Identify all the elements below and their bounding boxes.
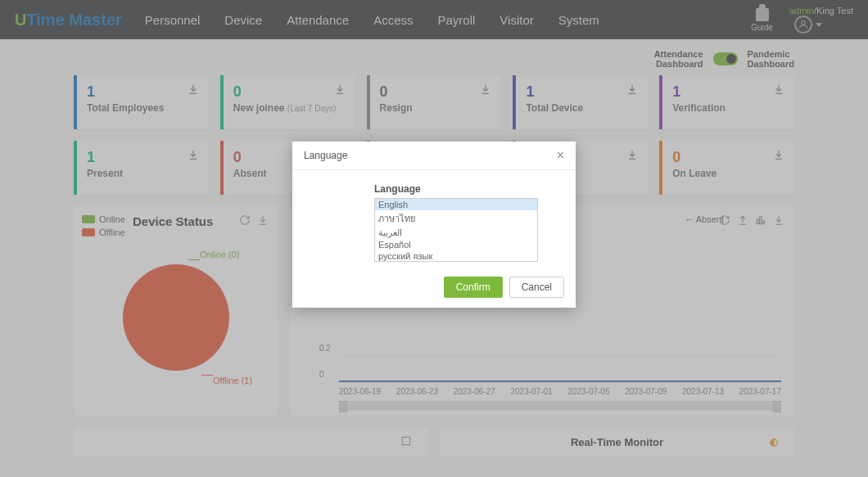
confirm-button[interactable]: Confirm [444, 277, 503, 298]
language-field-label: Language [374, 183, 564, 195]
cancel-button[interactable]: Cancel [509, 277, 564, 298]
modal-header: Language × [292, 142, 576, 170]
modal-footer: Confirm Cancel [292, 262, 576, 308]
language-option[interactable]: русский язык [375, 250, 537, 262]
modal-overlay: Language × Language Englishภาษาไทยالعربي… [0, 0, 868, 477]
language-option[interactable]: Español [375, 239, 537, 250]
modal-title: Language [304, 150, 347, 161]
language-select[interactable]: EnglishภาษาไทยالعربيةEspañolрусский язык… [374, 198, 538, 262]
language-option[interactable]: ภาษาไทย [375, 210, 537, 227]
close-icon[interactable]: × [557, 148, 564, 163]
language-modal: Language × Language Englishภาษาไทยالعربي… [292, 142, 576, 308]
modal-body: Language EnglishภาษาไทยالعربيةEspañolрус… [292, 170, 576, 262]
language-option[interactable]: English [375, 199, 537, 210]
language-option[interactable]: العربية [375, 227, 537, 239]
